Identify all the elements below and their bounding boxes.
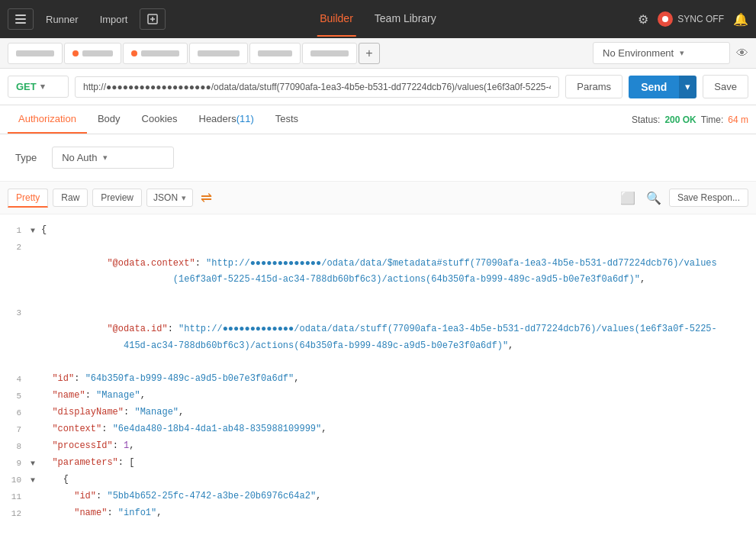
settings-icon[interactable]: ⚙ (638, 12, 648, 27)
save-response-button[interactable]: Save Respon... (669, 189, 748, 207)
url-input[interactable] (75, 76, 559, 98)
auth-type-row: Type No Auth ▾ (0, 134, 756, 182)
sidebar-toggle-button[interactable] (8, 8, 34, 30)
tab-label (82, 50, 113, 56)
params-button[interactable]: Params (565, 75, 622, 98)
json-line-3: 3 "@odata.id": "http://●●●●●●●●●●●●●/oda… (0, 305, 756, 370)
tab-label (141, 50, 179, 56)
raw-button[interactable]: Raw (53, 189, 88, 207)
json-line-8: 8 "processId": 1, (0, 438, 756, 455)
body-section: Pretty Raw Preview JSON ▾ ⇌ ⬜ 🔍 Save Res… (0, 182, 756, 517)
top-navigation: Runner Import Builder Team Library ⚙ SYN… (0, 0, 756, 38)
json-line-11: 11 "id": "5bb4b652-25fc-4742-a3be-20b697… (0, 488, 756, 505)
content-area: + No Environment ▾ 👁 GET ▾ Params Send ▾… (0, 38, 756, 517)
send-button[interactable]: Send (629, 76, 679, 98)
status-value: 200 OK (664, 114, 696, 125)
json-line-6: 6 "displayName": "Manage", (0, 405, 756, 421)
tab-dot (72, 50, 79, 56)
json-line-7: 7 "context": "6e4da480-18b4-4da1-ab48-83… (0, 421, 756, 438)
request-tab-3[interactable] (123, 43, 188, 64)
chevron-down-icon: ▾ (40, 82, 45, 92)
sync-status: SYNC OFF (658, 11, 724, 27)
headers-tab[interactable]: Headers(11) (188, 105, 265, 134)
tab-label (198, 50, 240, 56)
environment-select[interactable]: No Environment ▾ (593, 42, 730, 64)
new-tab-button[interactable] (140, 8, 166, 30)
import-button[interactable]: Import (91, 9, 137, 30)
pretty-button[interactable]: Pretty (8, 189, 48, 208)
request-tab-6[interactable] (302, 43, 357, 64)
request-tab-2[interactable] (64, 43, 121, 64)
json-line-10: 10 ▼ { (0, 472, 756, 488)
chevron-down-icon: ▾ (103, 153, 108, 163)
sub-navigation: Authorization Body Cookies Headers(11) T… (0, 105, 756, 134)
cookies-tab[interactable]: Cookies (131, 105, 188, 134)
tests-tab[interactable]: Tests (265, 105, 309, 134)
method-select[interactable]: GET ▾ (8, 76, 69, 98)
send-button-group: Send ▾ (629, 76, 696, 98)
sync-label: SYNC OFF (677, 14, 724, 24)
runner-button[interactable]: Runner (37, 9, 88, 30)
request-row: GET ▾ Params Send ▾ Save (0, 69, 756, 105)
tabs-row: + No Environment ▾ 👁 (0, 38, 756, 69)
request-tab-1[interactable] (8, 43, 63, 64)
tab-label (16, 50, 54, 56)
svg-rect-0 (15, 15, 26, 16)
nav-center-tabs: Builder Team Library (317, 2, 439, 37)
status-label: Status: (632, 114, 660, 125)
notifications-icon[interactable]: 🔔 (733, 12, 748, 27)
response-meta: Status: 200 OK Time: 64 m (632, 114, 748, 125)
request-tab-4[interactable] (189, 43, 248, 64)
team-library-tab[interactable]: Team Library (372, 2, 439, 37)
json-editor[interactable]: 1 ▼ { 2 "@odata.context": "http://●●●●●●… (0, 214, 756, 517)
sync-circle-icon (658, 11, 673, 27)
json-line-2: 2 "@odata.context": "http://●●●●●●●●●●●●… (0, 239, 756, 305)
type-label: Type (15, 152, 37, 163)
preview-button[interactable]: Preview (92, 189, 142, 207)
no-auth-label: No Auth (62, 152, 97, 163)
json-line-1: 1 ▼ { (0, 222, 756, 239)
format-select[interactable]: JSON ▾ (146, 189, 193, 207)
environment-label: No Environment (603, 47, 674, 59)
search-icon[interactable]: 🔍 (643, 188, 664, 208)
authorization-tab[interactable]: Authorization (8, 105, 87, 134)
time-value: 64 m (728, 114, 748, 125)
new-request-tab-button[interactable]: + (359, 43, 380, 64)
body-toolbar: Pretty Raw Preview JSON ▾ ⇌ ⬜ 🔍 Save Res… (0, 182, 756, 214)
json-line-12: 12 "name": "info1", (0, 505, 756, 517)
svg-rect-1 (15, 18, 26, 20)
json-line-9: 9 ▼ "parameters": [ (0, 455, 756, 472)
method-label: GET (16, 81, 37, 92)
tab-label (310, 50, 349, 56)
sync-inner-icon (662, 16, 668, 22)
request-tab-5[interactable] (249, 43, 301, 64)
json-line-4: 4 "id": "64b350fa-b999-489c-a9d5-b0e7e3f… (0, 371, 756, 388)
chevron-down-icon: ▾ (680, 48, 684, 58)
send-dropdown-button[interactable]: ▾ (679, 76, 696, 98)
nav-right-area: ⚙ SYNC OFF 🔔 (638, 11, 748, 27)
auth-type-select[interactable]: No Auth ▾ (52, 147, 174, 169)
environment-eye-button[interactable]: 👁 (736, 47, 748, 60)
svg-rect-2 (15, 22, 26, 24)
body-tab[interactable]: Body (87, 105, 131, 134)
tab-label (258, 50, 292, 56)
json-line-5: 5 "name": "Manage", (0, 388, 756, 405)
time-label: Time: (701, 114, 724, 125)
format-label: JSON (153, 192, 178, 203)
chevron-down-icon: ▾ (182, 193, 186, 203)
tab-dot (131, 50, 137, 56)
builder-tab[interactable]: Builder (317, 2, 356, 37)
save-button[interactable]: Save (703, 75, 748, 98)
copy-icon[interactable]: ⬜ (617, 188, 639, 208)
wrap-icon[interactable]: ⇌ (198, 186, 215, 209)
